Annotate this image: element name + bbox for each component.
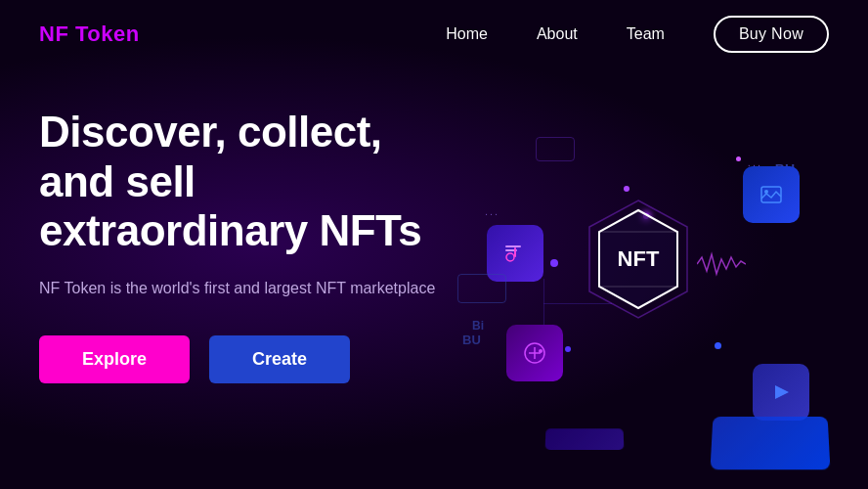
waveform (697, 249, 746, 283)
buy-now-button[interactable]: Buy Now (714, 16, 829, 53)
nav-links: Home About Team Buy Now (446, 16, 829, 53)
svg-text:NFT: NFT (618, 246, 660, 271)
nft-visual: BU BU Bi Y ... ... ... (457, 108, 829, 479)
dot-5 (565, 346, 571, 352)
svg-rect-0 (505, 245, 521, 247)
card-image (743, 166, 800, 223)
video-icon (767, 378, 795, 406)
dot-2 (624, 186, 629, 192)
hero-subtitle: NF Token is the world's first and larges… (39, 276, 457, 301)
svg-rect-3 (514, 247, 516, 257)
svg-marker-10 (775, 385, 789, 399)
dot-3 (715, 342, 721, 349)
svg-point-9 (539, 349, 542, 353)
platform-small (545, 428, 625, 450)
create-button[interactable]: Create (209, 335, 350, 383)
text-bi-1: Bi (472, 319, 484, 333)
explore-button[interactable]: Explore (39, 335, 190, 383)
nav-team[interactable]: Team (627, 25, 665, 42)
image-icon (758, 181, 785, 208)
logo: NF Token (39, 22, 140, 47)
nav-home[interactable]: Home (446, 25, 488, 42)
rect-deco-2 (536, 137, 575, 161)
card-game (506, 325, 563, 381)
hero-section: Discover, collect, and sell extraordinar… (0, 68, 868, 479)
text-bu-2: BU (462, 333, 481, 347)
hero-content: Discover, collect, and sell extraordinar… (39, 108, 457, 383)
nft-hexagon: NFT (575, 196, 702, 323)
svg-point-2 (506, 253, 514, 261)
dots-label-1: ... (485, 205, 499, 217)
navbar: NF Token Home About Team Buy Now (0, 0, 868, 68)
hero-title: Discover, collect, and sell extraordinar… (39, 108, 457, 256)
platform-decoration (711, 417, 831, 469)
music-icon (501, 240, 529, 267)
rect-deco-1 (457, 274, 506, 303)
nav-about[interactable]: About (537, 25, 578, 42)
hero-buttons: Explore Create (39, 335, 457, 383)
game-icon (521, 339, 548, 367)
dot-4 (736, 156, 741, 161)
card-video (753, 364, 809, 421)
dot-1 (550, 259, 558, 267)
